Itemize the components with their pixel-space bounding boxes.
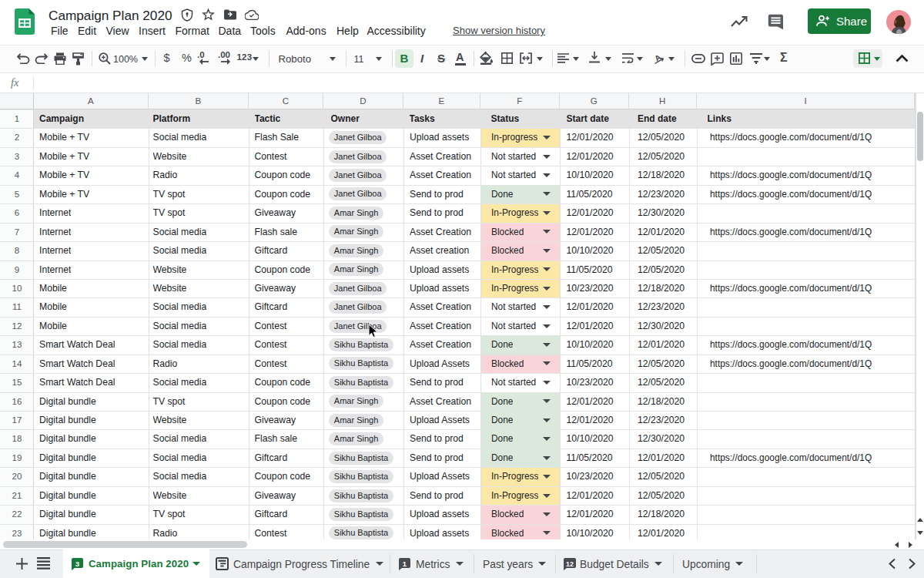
svg-text:12: 12 [566, 560, 574, 568]
svg-text:1: 1 [403, 560, 407, 568]
svg-text:3: 3 [75, 560, 79, 568]
